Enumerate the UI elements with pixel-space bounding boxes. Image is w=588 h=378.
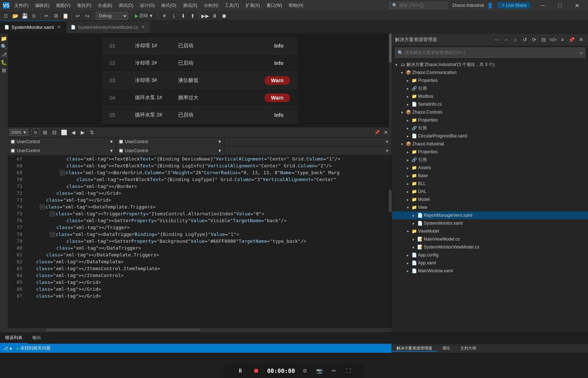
tree-item[interactable]: ▸ 📁 DAL (392, 188, 588, 195)
tree-expand-icon[interactable]: ▸ (411, 244, 417, 250)
maximize-button[interactable]: □ (552, 0, 568, 11)
right-panel-home-btn[interactable]: ⌂ (512, 36, 519, 44)
tab-close-1[interactable]: × (56, 24, 62, 30)
fold-button[interactable]: − (60, 170, 65, 175)
media-play-btn[interactable]: ⏸ (235, 366, 245, 376)
tree-expand-icon[interactable]: ▾ (405, 205, 411, 210)
menu-extensions[interactable]: 扩展(X) (243, 2, 263, 9)
tree-expand-icon[interactable]: ▸ (405, 101, 411, 107)
menu-format[interactable]: 格式(O) (158, 2, 179, 9)
h-scrollbar-thumb[interactable] (46, 329, 199, 331)
save-all-btn[interactable]: ⎘ (30, 12, 38, 20)
code-dropdown-1a[interactable]: 🔲 UserControl ▼ (8, 137, 116, 146)
tree-expand-icon[interactable]: ▸ (405, 252, 411, 258)
stop-btn[interactable]: ⏹ (220, 12, 228, 20)
tree-item[interactable]: ▾ 📦 Zhaoxi.Communication (392, 69, 588, 76)
menu-design[interactable]: 设计(G) (137, 2, 158, 9)
paste-btn[interactable]: 📋 (61, 12, 70, 20)
close-button[interactable]: ✕ (569, 0, 585, 11)
tab-solution-explorer[interactable]: 解决方案资源管理器 (391, 346, 437, 352)
title-search-box[interactable]: 🔍 (390, 2, 447, 9)
fold-button[interactable]: − (50, 232, 55, 237)
tree-expand-icon[interactable]: ▸ (405, 93, 411, 99)
zoom-selector[interactable]: 200% ▼ (9, 129, 28, 136)
tree-expand-icon[interactable]: ▸ (405, 197, 411, 202)
code-scrollbar[interactable] (389, 155, 392, 328)
tab-error-list[interactable]: 错误列表 (0, 333, 27, 344)
right-panel-back-btn[interactable]: ← (493, 36, 501, 44)
tree-item[interactable]: ▸ 📝 SystemMonitorViewModel.cs (392, 243, 588, 251)
step-over-btn[interactable]: ⤵ (170, 12, 178, 20)
tree-item[interactable]: ▸ 🔗 引用 (392, 84, 588, 92)
tab-close-2[interactable]: × (140, 24, 146, 30)
tree-expand-icon[interactable]: ▸ (405, 165, 411, 171)
tree-expand-icon[interactable]: ▾ (399, 70, 405, 75)
tree-expand-icon[interactable]: ▾ (405, 228, 411, 234)
new-project-btn[interactable]: 🗋 (1, 12, 10, 20)
tree-expand-icon[interactable]: ▸ (405, 149, 411, 155)
solution-tree[interactable]: ▾ 🗂 解决方案'Zhaoxi.Industrial'(3 个项目，共 3 个)… (392, 59, 588, 332)
tree-item[interactable]: ▸ 📄 App.config (392, 251, 588, 259)
tree-item[interactable]: ▸ 📁 Modbus (392, 92, 588, 100)
menu-edit[interactable]: 编辑(E) (32, 2, 52, 9)
tree-item[interactable]: ▸ 📄 SystemMonitor.xaml (392, 219, 588, 227)
tree-expand-icon[interactable]: ▸ (411, 236, 417, 242)
right-panel-sync-btn[interactable]: ↺ (521, 36, 529, 44)
tree-item[interactable]: ▸ 🔗 引用 (392, 156, 588, 164)
media-fullscreen-btn[interactable]: ⛶ (344, 366, 353, 375)
tab-systemmonitor-xaml[interactable]: 📄 SystemMonitor.xaml × (0, 21, 66, 33)
add-editor-btn-2[interactable]: + (383, 146, 392, 155)
close-panel-btn[interactable]: ✕ (382, 128, 390, 136)
tree-expand-icon[interactable]: ▾ (399, 109, 405, 115)
activity-explorer[interactable]: 📁 (0, 35, 8, 42)
tree-item[interactable]: ▾ 📦 Zhaoxi.Controls (392, 108, 588, 116)
tree-expand-icon[interactable]: ▸ (405, 117, 411, 123)
add-editor-btn-1[interactable]: + (383, 137, 392, 146)
tree-item[interactable]: ▸ 📄 MainWindow.xaml (392, 267, 588, 275)
menu-build[interactable]: 生成(B) (95, 2, 115, 9)
tree-expand-icon[interactable]: ▸ (405, 78, 411, 83)
tree-item[interactable]: ▸ 🔗 引用 (392, 124, 588, 132)
tree-item[interactable]: ▸ 📁 BLL (392, 180, 588, 188)
designer-frame-btn[interactable]: ⬜ (60, 128, 68, 136)
tree-expand-icon[interactable]: ▸ (411, 212, 417, 218)
pin-btn[interactable]: 📌 (373, 128, 382, 136)
undo-btn[interactable]: ↩ (74, 12, 82, 20)
tree-expand-icon[interactable]: ▸ (405, 268, 411, 274)
tree-item[interactable]: ▸ 📄 SerialInfo.cs (392, 100, 588, 108)
right-panel-forward-btn[interactable]: → (502, 36, 510, 44)
tree-item[interactable]: ▸ 📁 Base (392, 172, 588, 180)
tab-output[interactable]: 输出 (27, 333, 46, 344)
tree-expand-icon[interactable]: ▸ (405, 157, 411, 163)
code-dropdown-1b[interactable]: 🔲 UserControl ▼ (116, 137, 224, 146)
media-record-btn[interactable]: ⏹ (251, 366, 261, 376)
tree-item[interactable]: ▸ 📁 Model (392, 195, 588, 203)
save-btn[interactable]: 💾 (20, 12, 29, 20)
solution-search[interactable]: 🔍 × (395, 48, 585, 58)
tree-expand-icon[interactable]: ▾ (394, 62, 399, 67)
menu-help[interactable]: 帮助(H) (286, 2, 306, 9)
minimize-button[interactable]: ─ (535, 0, 551, 11)
right-panel-close-btn[interactable]: ✕ (577, 36, 585, 44)
menu-debug[interactable]: 调试(D) (116, 2, 136, 9)
designer-grid2-btn[interactable]: ⊟ (50, 128, 59, 136)
code-scrollbar-thumb[interactable] (389, 190, 392, 212)
menu-tools[interactable]: 工具(T) (222, 2, 242, 9)
activity-search[interactable]: 🔍 (0, 43, 8, 50)
tree-item[interactable]: ▸ 📄 App.xaml (392, 259, 588, 267)
tree-expand-icon[interactable]: ▸ (405, 181, 411, 186)
fold-button[interactable]: − (50, 211, 55, 216)
designer-fx-btn[interactable]: fx (31, 128, 40, 136)
git-branch[interactable]: ⎇ ● (3, 346, 12, 351)
step-out-btn[interactable]: ⬆ (188, 12, 197, 20)
media-pen-btn[interactable]: ✏ (330, 366, 338, 375)
tree-item[interactable]: ▸ 📄 ReportManagement.xaml (392, 211, 588, 219)
tree-expand-icon[interactable]: ▸ (405, 125, 411, 131)
designer-left-btn[interactable]: ◀ (69, 128, 78, 136)
menu-window[interactable]: 窗口(W) (264, 2, 285, 9)
fold-button[interactable]: − (40, 205, 45, 210)
solution-search-input[interactable] (405, 50, 579, 55)
tree-expand-icon[interactable]: ▸ (405, 189, 411, 194)
preview-scrollbar[interactable] (389, 34, 392, 127)
attach-btn[interactable]: ⊕ (160, 12, 169, 20)
